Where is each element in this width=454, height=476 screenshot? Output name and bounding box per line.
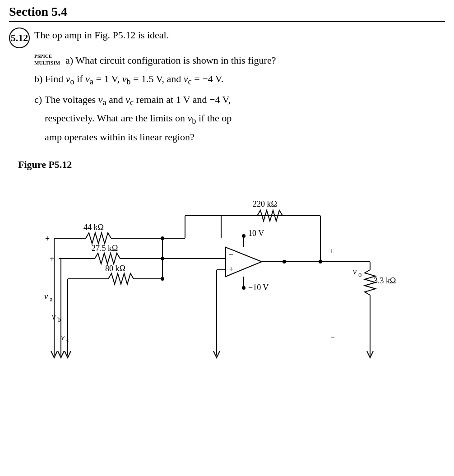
section-title: Section 5.4 [9, 5, 445, 22]
svg-point-27 [161, 277, 164, 281]
problem-intro: The op amp in Fig. P5.12 is ideal. [34, 27, 169, 42]
part-c-text: c) The voltages va and vc remain at 1 V … [34, 91, 445, 145]
svg-text:10 V: 10 V [248, 229, 264, 238]
svg-text:b: b [57, 316, 61, 323]
svg-text:+: + [229, 265, 233, 274]
svg-text:a: a [50, 296, 53, 303]
svg-point-36 [242, 286, 246, 290]
svg-point-33 [242, 234, 246, 238]
circuit-diagram: text { font-family: 'Times New Roman', T… [23, 180, 429, 369]
problem-header: 5.12 The op amp in Fig. P5.12 is ideal. [9, 27, 445, 48]
svg-text:−: − [330, 333, 335, 342]
svg-text:+: + [329, 247, 334, 256]
svg-text:−10 V: −10 V [248, 283, 269, 292]
svg-text:+: + [45, 234, 50, 243]
svg-text:220 kΩ: 220 kΩ [253, 199, 277, 208]
svg-text:27.5 kΩ: 27.5 kΩ [92, 244, 118, 253]
pspice-multisim-label: PSPICE MULTISIM [34, 52, 60, 67]
svg-point-41 [283, 260, 286, 263]
svg-text:+: + [50, 254, 54, 263]
svg-text:v: v [353, 267, 357, 276]
svg-text:v: v [44, 292, 48, 301]
svg-text:v: v [61, 333, 65, 342]
part-b-text: b) Find vo if va = 1 V, vb = 1.5 V, and … [34, 70, 445, 89]
svg-text:−: − [229, 250, 233, 259]
svg-text:80 kΩ: 80 kΩ [105, 264, 125, 273]
figure-title: Figure P5.12 [18, 159, 445, 171]
svg-text:o: o [358, 271, 362, 278]
figure-section: Figure P5.12 text { font-family: 'Times … [18, 159, 445, 369]
svg-text:3.3 kΩ: 3.3 kΩ [374, 276, 396, 285]
svg-text:44 kΩ: 44 kΩ [83, 223, 104, 232]
problem-number-circle: 5.12 [9, 28, 30, 48]
part-a-text: a) What circuit configuration is shown i… [65, 52, 276, 69]
